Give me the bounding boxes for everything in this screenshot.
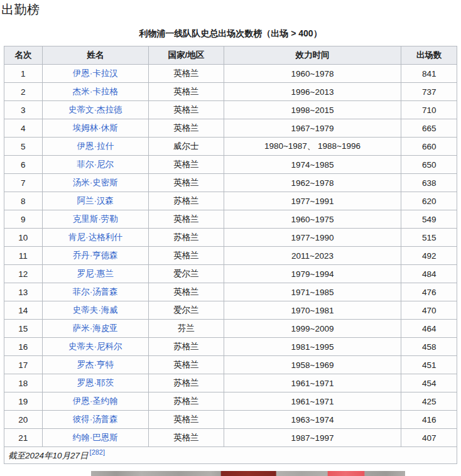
table-row: 5 伊恩·拉什 威尔士 1980~1987、 1988~1996 660 (4, 138, 457, 156)
appearances-cell: 638 (401, 174, 457, 192)
period-cell: 1963~1974 (224, 411, 401, 429)
player-link[interactable]: 埃姆林·休斯 (73, 123, 118, 133)
player-link[interactable]: 罗恩·耶茨 (77, 378, 114, 387)
player-link[interactable]: 罗杰·亨特 (77, 360, 114, 369)
period-cell: 2011~2023 (224, 247, 401, 265)
name-cell: 埃姆林·休斯 (42, 119, 148, 138)
player-link[interactable]: 菲尔·尼尔 (77, 160, 114, 169)
country-cell: 英格兰 (148, 247, 224, 265)
player-link[interactable]: 肯尼·达格利什 (68, 232, 122, 242)
appearances-cell: 458 (401, 338, 457, 356)
name-cell: 罗尼·惠兰 (42, 265, 148, 283)
country-cell: 英格兰 (148, 101, 224, 119)
reference-link[interactable]: [282] (90, 448, 105, 456)
name-cell: 阿兰·汉森 (42, 192, 148, 210)
name-cell: 伊恩·圣约翰 (42, 392, 148, 411)
rank-cell: 1 (4, 65, 43, 83)
country-cell: 芬兰 (148, 320, 224, 338)
appearances-table: 利物浦一线队队史总出场次数榜（出场 > 400） 名次 姓名 国家/地区 效力时… (4, 24, 457, 464)
country-cell: 英格兰 (148, 156, 224, 174)
name-cell: 罗杰·亨特 (42, 356, 148, 374)
player-link[interactable]: 史蒂夫·海威 (73, 305, 118, 315)
player-link[interactable]: 汤米·史密斯 (73, 178, 118, 187)
table-row: 2 杰米·卡拉格 英格兰 1996~2013 737 (4, 83, 457, 101)
table-row: 10 肯尼·达格利什 苏格兰 1977~1990 515 (4, 229, 457, 247)
column-header-country: 国家/地区 (148, 46, 224, 65)
table-row: 15 萨米·海皮亚 芬兰 1999~2009 464 (4, 320, 457, 338)
period-cell: 1977~1991 (224, 192, 401, 210)
rank-cell: 7 (4, 174, 43, 192)
rank-cell: 3 (4, 101, 43, 119)
player-link[interactable]: 约翰·巴恩斯 (73, 433, 118, 442)
country-cell: 苏格兰 (148, 392, 224, 411)
table-row: 8 阿兰·汉森 苏格兰 1977~1991 620 (4, 192, 457, 210)
period-cell: 1961~1971 (224, 392, 401, 411)
appearances-cell: 620 (401, 192, 457, 210)
rank-cell: 14 (4, 301, 43, 320)
header-row: 名次 姓名 国家/地区 效力时间 出场数 (4, 46, 457, 65)
period-cell: 1974~1985 (224, 156, 401, 174)
player-link[interactable]: 菲尔·汤普森 (73, 287, 118, 296)
country-cell: 英格兰 (148, 174, 224, 192)
country-cell: 爱尔兰 (148, 265, 224, 283)
rank-cell: 13 (4, 283, 43, 301)
appearances-cell: 841 (401, 65, 457, 83)
rank-cell: 17 (4, 356, 43, 374)
player-link[interactable]: 杰米·卡拉格 (73, 87, 118, 96)
name-cell: 史蒂夫·海威 (42, 301, 148, 320)
rank-cell: 8 (4, 192, 43, 210)
appearances-cell: 492 (401, 247, 457, 265)
table-body: 1 伊恩·卡拉汉 英格兰 1960~1978 841 2 杰米·卡拉格 英格兰 … (4, 65, 457, 447)
country-cell: 英格兰 (148, 411, 224, 429)
player-link[interactable]: 阿兰·汉森 (77, 196, 114, 205)
table-row: 11 乔丹·亨德森 英格兰 2011~2023 492 (4, 247, 457, 265)
partial-image-strip (91, 471, 405, 476)
period-cell: 1977~1990 (224, 229, 401, 247)
country-cell: 英格兰 (148, 83, 224, 101)
player-link[interactable]: 史蒂夫·尼科尔 (68, 342, 122, 351)
player-link[interactable]: 史蒂文·杰拉德 (68, 105, 122, 114)
player-link[interactable]: 罗尼·惠兰 (77, 269, 114, 278)
rank-cell: 19 (4, 392, 43, 411)
table-header: 名次 姓名 国家/地区 效力时间 出场数 (4, 46, 457, 65)
country-cell: 英格兰 (148, 210, 224, 229)
name-cell: 肯尼·达格利什 (42, 229, 148, 247)
player-link[interactable]: 伊恩·卡拉汉 (73, 68, 118, 78)
name-cell: 菲尔·尼尔 (42, 156, 148, 174)
player-link[interactable]: 伊恩·圣约翰 (73, 396, 118, 406)
country-cell: 英格兰 (148, 65, 224, 83)
table-row: 7 汤米·史密斯 英格兰 1962~1978 638 (4, 174, 457, 192)
appearances-cell: 416 (401, 411, 457, 429)
name-cell: 伊恩·卡拉汉 (42, 65, 148, 83)
name-cell: 史蒂夫·尼科尔 (42, 338, 148, 356)
player-link[interactable]: 彼得·汤普森 (73, 414, 118, 424)
player-link[interactable]: 萨米·海皮亚 (73, 323, 118, 333)
player-link[interactable]: 乔丹·亨德森 (73, 251, 118, 260)
table-footer: 截至2024年10月27日[282] (4, 447, 457, 464)
appearances-cell: 737 (401, 83, 457, 101)
column-header-rank: 名次 (4, 46, 43, 65)
rank-cell: 6 (4, 156, 43, 174)
player-link[interactable]: 伊恩·拉什 (77, 141, 114, 151)
period-cell: 1967~1979 (224, 119, 401, 138)
rank-cell: 12 (4, 265, 43, 283)
table-row: 20 彼得·汤普森 英格兰 1963~1974 416 (4, 411, 457, 429)
rank-cell: 21 (4, 429, 43, 447)
appearances-cell: 515 (401, 229, 457, 247)
table-row: 13 菲尔·汤普森 英格兰 1971~1985 476 (4, 283, 457, 301)
country-cell: 英格兰 (148, 283, 224, 301)
period-cell: 1971~1985 (224, 283, 401, 301)
appearances-cell: 660 (401, 138, 457, 156)
table-row: 16 史蒂夫·尼科尔 苏格兰 1981~1995 458 (4, 338, 457, 356)
player-link[interactable]: 克里斯·劳勒 (73, 214, 118, 224)
name-cell: 萨米·海皮亚 (42, 320, 148, 338)
table-row: 21 约翰·巴恩斯 英格兰 1987~1997 407 (4, 429, 457, 447)
table-row: 17 罗杰·亨特 英格兰 1958~1969 451 (4, 356, 457, 374)
period-cell: 1960~1978 (224, 65, 401, 83)
name-cell: 乔丹·亨德森 (42, 247, 148, 265)
table-row: 4 埃姆林·休斯 英格兰 1967~1979 665 (4, 119, 457, 138)
appearances-cell: 425 (401, 392, 457, 411)
table-caption: 利物浦一线队队史总出场次数榜（出场 > 400） (4, 24, 457, 46)
column-header-name: 姓名 (42, 46, 148, 65)
country-cell: 苏格兰 (148, 229, 224, 247)
